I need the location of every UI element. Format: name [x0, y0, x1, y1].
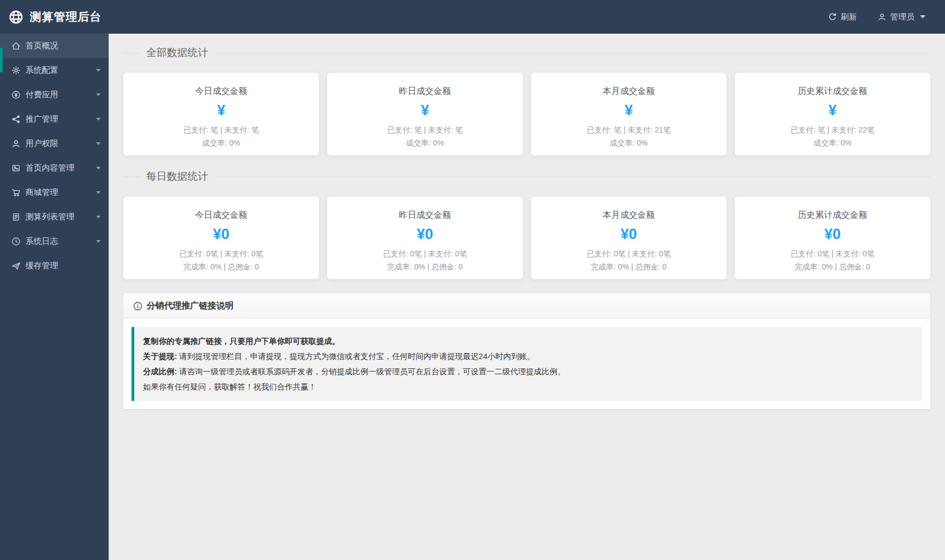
section-title-text: 每日数据统计	[140, 169, 215, 184]
sidebar-item-system-config[interactable]: 系统配置	[0, 58, 109, 83]
chevron-down-icon	[96, 93, 101, 96]
refresh-button[interactable]: 刷新	[828, 12, 857, 22]
notice-line: 如果你有任何疑问，获取解答！祝我们合作共赢！	[143, 379, 913, 394]
stat-card: 本月成交金额¥0已支付: 0笔 | 未支付: 0笔完成率: 0% | 总佣金: …	[531, 197, 727, 279]
notice-panel: 分销代理推广链接说明 复制你的专属推广链接，只要用户下单你即可获取提成。关于提现…	[123, 293, 930, 409]
stat-card-amount: ¥	[123, 102, 319, 119]
topbar-actions: 刷新 管理员	[828, 12, 945, 22]
sidebar-item-label: 推广管理	[26, 114, 96, 124]
notice-quote: 复制你的专属推广链接，只要用户下单你即可获取提成。关于提现: 请到提现管理栏目，…	[132, 327, 922, 401]
stat-card-line1: 已支付: 笔 | 未支付: 21笔	[531, 124, 727, 135]
notice-line-bold: 关于提现:	[143, 352, 177, 361]
home-icon	[11, 41, 21, 51]
card-grid-all-stats: 今日成交金额¥已支付: 笔 | 未支付: 笔成交率: 0%昨日成交金额¥已支付:…	[123, 73, 930, 155]
stat-card-amount: ¥0	[735, 225, 930, 243]
user-icon	[11, 139, 21, 148]
user-icon	[878, 12, 886, 21]
globe-logo-icon	[9, 10, 23, 24]
stat-card-amount: ¥	[531, 102, 727, 119]
notice-line: 关于提现: 请到提现管理栏目，申请提现，提现方式为微信或者支付宝，任何时间内申请…	[143, 349, 913, 364]
card-grid-daily-stats: 今日成交金额¥0已支付: 0笔 | 未支付: 0笔完成率: 0% | 总佣金: …	[123, 197, 930, 279]
sidebar-item-home-content[interactable]: 首页内容管理	[0, 156, 109, 180]
chevron-down-icon	[96, 142, 101, 145]
stat-card-line1: 已支付: 笔 | 未支付: 笔	[327, 124, 523, 135]
stat-card-amount: ¥0	[531, 225, 727, 243]
active-menu-indicator	[0, 48, 3, 72]
topbar: 测算管理后台 刷新 管理员	[0, 0, 945, 34]
chevron-down-icon	[96, 240, 101, 243]
title-rule-left	[123, 177, 140, 177]
cart-icon	[11, 188, 21, 197]
notice-title: 分销代理推广链接说明	[147, 300, 234, 312]
stat-card-line2: 完成率: 0% | 总佣金: 0	[327, 261, 523, 272]
section-title-text: 全部数据统计	[140, 46, 215, 60]
paper-plane-icon	[11, 261, 21, 270]
stat-card-line1: 已支付: 笔 | 未支付: 笔	[123, 124, 319, 135]
document-icon	[11, 212, 21, 222]
stat-card-title: 本月成交金额	[531, 86, 727, 97]
section-title-all-stats: 全部数据统计	[123, 47, 930, 59]
brand: 测算管理后台	[0, 9, 102, 24]
sidebar-item-system-logs[interactable]: 系统日志	[0, 229, 109, 254]
admin-dropdown[interactable]: 管理员	[878, 12, 925, 22]
stat-card-title: 今日成交金额	[123, 86, 319, 97]
page-layout: 首页概况系统配置付费应用推广管理用户权限首页内容管理商城管理测算列表管理系统日志…	[0, 34, 945, 560]
stat-card: 本月成交金额¥已支付: 笔 | 未支付: 21笔成交率: 0%	[531, 73, 727, 155]
sidebar-item-mall[interactable]: 商城管理	[0, 180, 109, 205]
stats-sections: 全部数据统计今日成交金额¥已支付: 笔 | 未支付: 笔成交率: 0%昨日成交金…	[123, 47, 930, 279]
refresh-icon	[828, 12, 837, 21]
notice-line-text: 请咨询一级管理员或者联系源码开发者，分销提成比例一级管理员可在后台设置，可设置一…	[177, 367, 566, 376]
stat-card-line2: 完成率: 0% | 总佣金: 0	[531, 261, 727, 272]
notice-line: 复制你的专属推广链接，只要用户下单你即可获取提成。	[143, 334, 913, 349]
sidebar-item-label: 商城管理	[26, 187, 96, 198]
sidebar-item-label: 用户权限	[26, 139, 96, 149]
gear-icon	[11, 66, 21, 75]
notice-line-bold: 分成比例:	[143, 367, 177, 376]
sidebar-item-label: 缓存管理	[26, 261, 101, 271]
stat-card-line2: 成交率: 0%	[531, 137, 727, 148]
picture-icon	[11, 163, 21, 173]
stat-card-title: 今日成交金额	[123, 210, 319, 221]
title-rule-left	[123, 53, 140, 53]
section-title-daily-stats: 每日数据统计	[123, 171, 930, 183]
sidebar-item-calc-list[interactable]: 测算列表管理	[0, 205, 109, 229]
stat-card: 今日成交金额¥已支付: 笔 | 未支付: 笔成交率: 0%	[123, 73, 319, 155]
app-title: 测算管理后台	[30, 9, 102, 24]
admin-label: 管理员	[890, 12, 915, 22]
chevron-down-icon	[96, 167, 101, 169]
sidebar-item-home[interactable]: 首页概况	[0, 34, 109, 58]
notice-line-text: 请到提现管理栏目，申请提现，提现方式为微信或者支付宝，任何时间内申请提现最迟24…	[177, 352, 535, 361]
refresh-label: 刷新	[841, 12, 857, 22]
caret-down-icon	[920, 15, 925, 18]
sidebar-item-label: 首页内容管理	[26, 163, 96, 173]
sidebar-item-cache[interactable]: 缓存管理	[0, 254, 109, 278]
sidebar-item-label: 测算列表管理	[26, 212, 96, 222]
stat-card-line2: 成交率: 0%	[735, 137, 930, 148]
stat-card-line2: 完成率: 0% | 总佣金: 0	[123, 261, 319, 272]
sidebar-item-paid-apps[interactable]: 付费应用	[0, 83, 109, 107]
notice-line-bold: 复制你的专属推广链接，只要用户下单你即可获取提成。	[143, 337, 340, 345]
sidebar-menu: 首页概况系统配置付费应用推广管理用户权限首页内容管理商城管理测算列表管理系统日志…	[0, 34, 109, 278]
stat-card: 历史累计成交金额¥已支付: 笔 | 未支付: 22笔成交率: 0%	[735, 73, 930, 155]
main-content: 全部数据统计今日成交金额¥已支付: 笔 | 未支付: 笔成交率: 0%昨日成交金…	[109, 34, 945, 560]
sidebar: 首页概况系统配置付费应用推广管理用户权限首页内容管理商城管理测算列表管理系统日志…	[0, 34, 109, 560]
notice-panel-header: 分销代理推广链接说明	[123, 293, 930, 319]
stat-card-line1: 已支付: 0笔 | 未支付: 0笔	[735, 248, 930, 259]
stat-card-line2: 成交率: 0%	[327, 137, 523, 148]
chevron-down-icon	[96, 69, 101, 72]
sidebar-item-user-permissions[interactable]: 用户权限	[0, 131, 109, 156]
stat-card-title: 历史累计成交金额	[735, 210, 930, 221]
stat-card-title: 历史累计成交金额	[735, 86, 930, 97]
notice-line-text: 如果你有任何疑问，获取解答！祝我们合作共赢！	[143, 382, 316, 391]
stat-card-line1: 已支付: 0笔 | 未支付: 0笔	[327, 248, 523, 259]
stat-card: 今日成交金额¥0已支付: 0笔 | 未支付: 0笔完成率: 0% | 总佣金: …	[123, 197, 319, 279]
stat-card-line2: 完成率: 0% | 总佣金: 0	[735, 261, 930, 272]
chevron-down-icon	[96, 191, 101, 194]
stat-card-line1: 已支付: 0笔 | 未支付: 0笔	[531, 248, 727, 259]
title-rule-right	[215, 177, 930, 177]
share-icon	[11, 115, 21, 124]
chevron-down-icon	[96, 216, 101, 218]
info-icon	[133, 301, 142, 311]
sidebar-item-promotion[interactable]: 推广管理	[0, 107, 109, 131]
sidebar-item-label: 首页概况	[26, 41, 101, 51]
